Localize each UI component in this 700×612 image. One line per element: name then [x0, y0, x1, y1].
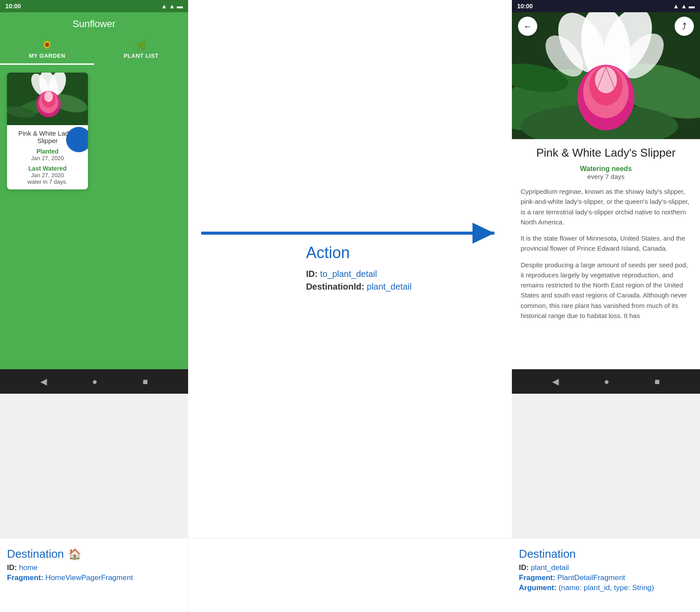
back-button-left[interactable]: ◀ [40, 376, 47, 387]
detail-content: Pink & White Lady's Slipper Watering nee… [512, 139, 700, 369]
dest-argument-row-right: Argument: (name: plant_id, type: String) [519, 584, 693, 592]
wifi-icon: ▲ [161, 3, 167, 10]
blue-dot-indicator [66, 127, 88, 152]
plant-image-svg [7, 73, 88, 125]
action-area: Action ID: to_plant_detail DestinationId… [188, 0, 512, 538]
dest-id-label-left: ID: [7, 563, 17, 572]
status-bar-left: 10:00 ▲ ▲ ▬ [0, 0, 188, 12]
tab-plant-list[interactable]: 🌿 PLANT LIST [94, 36, 188, 65]
time-left: 10:00 [5, 3, 21, 10]
home-button-left[interactable]: ● [92, 377, 97, 387]
dest-fragment-value-right: PlantDetailFragment [557, 574, 625, 582]
bottom-area: Destination 🏠 ID: home Fragment: HomeVie… [0, 538, 700, 612]
description-1: Cypripedium reginae, known as the showy … [521, 186, 691, 227]
planted-date: Jan 27, 2020 [11, 155, 84, 161]
status-icons-right: ▲ ▲ ▬ [673, 3, 695, 10]
action-dest-row: DestinationId: plant_detail [306, 282, 411, 292]
share-button-right[interactable]: ⤴ [675, 17, 694, 36]
recent-button-nav-right[interactable]: ■ [654, 377, 660, 387]
dest-fragment-label-left: Fragment: [7, 574, 43, 582]
signal-icon: ▲ [169, 3, 175, 10]
plant-detail-image: ← ⤴ [512, 12, 700, 139]
last-watered-date: Jan 27, 2020 [11, 172, 84, 178]
action-id-row: ID: to_plant_detail [306, 269, 411, 279]
dest-fragment-label-right: Fragment: [519, 574, 555, 582]
dest-title-left: Destination 🏠 [7, 547, 181, 561]
dest-fragment-value-left: HomeViewPagerFragment [46, 574, 133, 582]
dest-id-row-right: ID: plant_detail [519, 563, 693, 572]
description-2: It is the state flower of Minnesota, Uni… [521, 233, 691, 254]
tab-my-garden[interactable]: 🌻 MY GARDEN [0, 36, 94, 65]
action-title: Action [306, 244, 411, 262]
status-icons-left: ▲ ▲ ▬ [161, 3, 183, 10]
dest-argument-value-right: (name: plant_id, type: String) [559, 584, 654, 592]
watering-needs-value: every 7 days [521, 173, 691, 180]
destination-left: Destination 🏠 ID: home Fragment: HomeVie… [0, 539, 188, 612]
recent-button-left[interactable]: ■ [143, 377, 148, 387]
action-box: Action ID: to_plant_detail DestinationId… [306, 244, 411, 294]
dest-title-text-right: Destination [519, 547, 576, 561]
action-id-label: ID: [306, 269, 318, 279]
phone-left: 10:00 ▲ ▲ ▬ Sunflower 🌻 MY GARDEN 🌿 PLAN… [0, 0, 188, 394]
svg-point-10 [44, 91, 53, 102]
dest-fragment-row-left: Fragment: HomeViewPagerFragment [7, 574, 181, 582]
watering-needs-label: Watering needs [521, 165, 691, 173]
tab-plant-list-label: PLANT LIST [123, 52, 158, 59]
home-icon-left: 🏠 [68, 548, 81, 560]
nav-bar-right: ◀ ● ■ [512, 369, 700, 394]
home-button-nav-right[interactable]: ● [604, 377, 609, 387]
status-bar-right: 10:00 ▲ ▲ ▬ [512, 0, 700, 12]
detail-plant-name: Pink & White Lady's Slipper [521, 146, 691, 160]
dest-id-label-right: ID: [519, 563, 529, 572]
back-button-nav-right[interactable]: ◀ [552, 376, 559, 387]
destination-middle [188, 539, 512, 612]
dest-argument-label-right: Argument: [519, 584, 556, 592]
tab-garden-label: MY GARDEN [29, 52, 66, 59]
nav-bar-left: ◀ ● ■ [0, 369, 188, 394]
description-3: Despite producing a large amount of seed… [521, 260, 691, 321]
dest-title-right: Destination [519, 547, 693, 561]
destination-right: Destination ID: plant_detail Fragment: P… [512, 539, 700, 612]
garden-content: Pink & White Lady's Slipper Planted Jan … [0, 66, 188, 369]
time-right: 10:00 [517, 3, 533, 10]
action-dest-value: plant_detail [367, 282, 411, 291]
dest-id-value-left: home [19, 563, 38, 572]
battery-icon-right: ▬ [689, 3, 695, 10]
dest-id-value-right: plant_detail [531, 563, 569, 572]
back-button-right[interactable]: ← [518, 17, 537, 36]
signal-icon-right: ▲ [681, 3, 687, 10]
app-title: Sunflower [0, 12, 188, 36]
plant-list-icon: 🌿 [136, 40, 147, 51]
phone-right: 10:00 ▲ ▲ ▬ [512, 0, 700, 394]
garden-icon: 🌻 [42, 40, 53, 51]
action-dest-label: DestinationId: [306, 282, 364, 291]
water-in-text: water in 7 days. [11, 178, 84, 185]
svg-point-26 [595, 67, 617, 93]
last-watered-label: Last Watered [11, 165, 84, 172]
battery-icon: ▬ [177, 3, 183, 10]
plant-card[interactable]: Pink & White Lady's Slipper Planted Jan … [7, 73, 88, 189]
dest-id-row-left: ID: home [7, 563, 181, 572]
dest-title-text-left: Destination [7, 547, 64, 561]
dest-fragment-row-right: Fragment: PlantDetailFragment [519, 574, 693, 582]
detail-toolbar: ← ⤴ [512, 12, 700, 40]
wifi-icon-right: ▲ [673, 3, 679, 10]
plant-card-image [7, 73, 88, 125]
tab-bar: 🌻 MY GARDEN 🌿 PLANT LIST [0, 36, 188, 66]
action-id-value: to_plant_detail [320, 269, 377, 279]
